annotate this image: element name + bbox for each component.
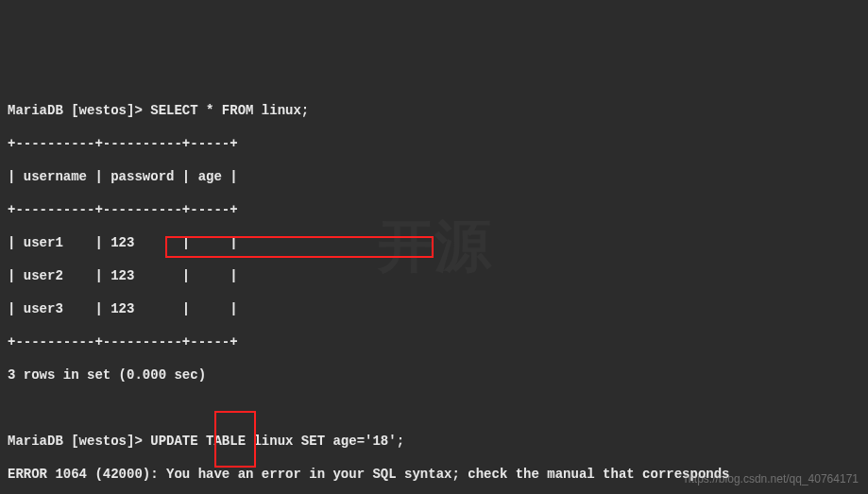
rows-in-set-1: 3 rows in set (0.000 sec) — [8, 367, 860, 384]
table1-header: | username | password | age | — [8, 169, 860, 186]
prompt-line-1: MariaDB [westos]> SELECT * FROM linux; — [8, 103, 860, 120]
table1-border-top: +----------+----------+-----+ — [8, 136, 860, 153]
table1-border-bot: +----------+----------+-----+ — [8, 334, 860, 351]
prompt-line-2: MariaDB [westos]> UPDATE TABLE linux SET… — [8, 434, 860, 451]
table1-row-2: | user2 | 123 | | — [8, 268, 860, 285]
sql-update-bad: UPDATE TABLE linux SET age='18'; — [150, 434, 404, 449]
db-prompt: MariaDB [westos]> — [8, 434, 150, 449]
watermark-url: https://blog.csdn.net/qq_40764171 — [685, 472, 859, 486]
table1-border-mid: +----------+----------+-----+ — [8, 202, 860, 219]
blank-1 — [8, 400, 860, 417]
table1-row-3: | user3 | 123 | | — [8, 301, 860, 318]
table1-row-1: | user1 | 123 | | — [8, 235, 860, 252]
db-prompt: MariaDB [westos]> — [8, 103, 150, 118]
sql-select-1: SELECT * FROM linux; — [150, 103, 309, 118]
